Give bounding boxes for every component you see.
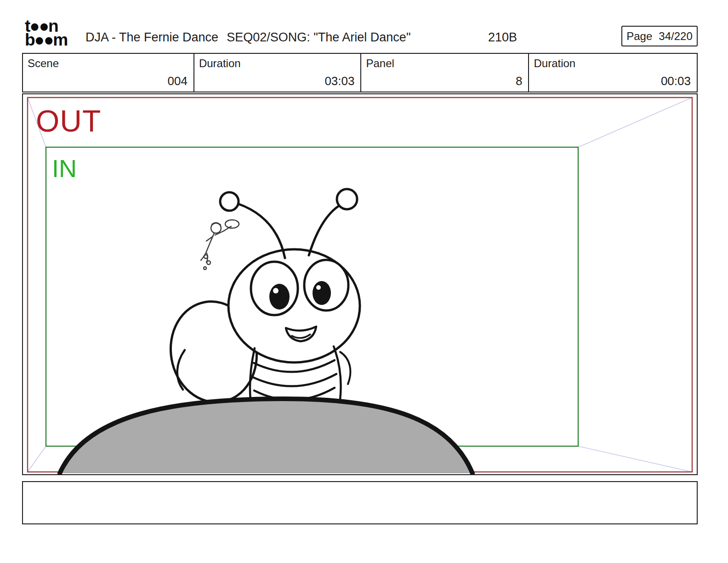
camera-out-label: OUT bbox=[36, 103, 101, 138]
page-label: Page bbox=[626, 30, 652, 43]
panel-duration-label: Duration bbox=[534, 57, 575, 70]
scene-value: 004 bbox=[168, 74, 188, 88]
panel-value: 8 bbox=[516, 74, 522, 88]
scene-duration-cell: Duration 03:03 bbox=[193, 54, 361, 92]
storyboard-panel: OUT IN bbox=[22, 93, 698, 475]
camera-in-label: IN bbox=[52, 154, 77, 183]
caption-box bbox=[22, 481, 698, 524]
logo-line-2: b●●m bbox=[25, 33, 67, 47]
bug-stripe-2 bbox=[252, 374, 336, 386]
panel-duration-cell: Duration 00:03 bbox=[528, 54, 697, 92]
scene-label: Scene bbox=[28, 57, 59, 70]
panel-code: 210B bbox=[488, 30, 517, 45]
bug-character-drawing bbox=[163, 189, 360, 409]
panel-cell: Panel 8 bbox=[360, 54, 528, 92]
bug-eye-highlight-left bbox=[273, 288, 279, 293]
page-indicator: Page 34/220 bbox=[621, 26, 698, 46]
bug-eye-highlight-right bbox=[316, 285, 321, 290]
production-title: DJA - The Fernie Dance bbox=[85, 30, 218, 45]
bug-antenna-left-tip bbox=[220, 192, 239, 211]
scene-duration-label: Duration bbox=[199, 57, 241, 70]
scene-cell: Scene 004 bbox=[23, 54, 193, 92]
header-title-row: DJA - The Fernie Dance SEQ02/SONG: "The … bbox=[85, 30, 410, 45]
scene-info-table: Scene 004 Duration 03:03 Panel 8 Duratio… bbox=[22, 53, 698, 92]
sequence-title: SEQ02/SONG: "The Ariel Dance" bbox=[227, 30, 410, 45]
bug-antenna-right bbox=[309, 206, 339, 255]
fairy-sprite-doodle bbox=[201, 220, 239, 270]
scene-duration-value: 03:03 bbox=[324, 74, 354, 88]
panel-duration-value: 00:03 bbox=[661, 74, 691, 88]
page-value: 34/220 bbox=[659, 30, 692, 43]
bug-antenna-right-tip bbox=[337, 189, 357, 209]
bug-chest-right-outline bbox=[334, 346, 341, 400]
mound-fill bbox=[60, 399, 472, 473]
toonboom-logo: t●●n b●●m bbox=[25, 19, 67, 46]
panel-label: Panel bbox=[366, 57, 394, 70]
bug-pupil-left bbox=[269, 284, 290, 310]
storyboard-artwork bbox=[23, 94, 697, 474]
bug-pupil-right bbox=[313, 281, 331, 305]
